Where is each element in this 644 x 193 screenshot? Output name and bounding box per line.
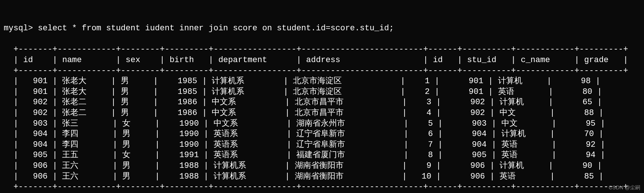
table-separator: +-------+------------+--------+---------… <box>13 66 628 77</box>
table-row: | 901 | 张老大 | 男 | 1985 | 计算机系 | 北京市海淀区 |… <box>13 87 628 98</box>
sql-prompt-line: mysql> select * from student iudent inne… <box>4 23 640 34</box>
table-separator: +-------+------------+--------+---------… <box>13 44 628 55</box>
table-row: | 904 | 李四 | 男 | 1990 | 英语系 | 辽宁省阜新市 | 7… <box>13 140 628 150</box>
table-row: | 902 | 张老二 | 男 | 1986 | 中文系 | 北京市昌平市 | … <box>13 97 628 108</box>
terminal-output: mysql> select * from student iudent inne… <box>0 0 644 193</box>
table-row: | 906 | 王六 | 男 | 1988 | 计算机系 | 湖南省衡阳市 | … <box>13 161 628 172</box>
table-row: | 904 | 李四 | 男 | 1990 | 英语系 | 辽宁省阜新市 | 6… <box>13 129 628 140</box>
table-separator: +-------+------------+--------+---------… <box>13 182 628 193</box>
mysql-prompt: mysql> <box>4 24 38 33</box>
table-row: | 905 | 王五 | 女 | 1991 | 英语系 | 福建省厦门市 | 8… <box>13 150 628 161</box>
table-row: | 903 | 张三 | 女 | 1990 | 中文系 | 湖南省永州市 | 5… <box>13 119 628 129</box>
table-row: | 902 | 张老二 | 男 | 1986 | 中文系 | 北京市昌平市 | … <box>13 108 628 119</box>
result-table: +-------+------------+--------+---------… <box>13 44 628 192</box>
table-row: | 906 | 王六 | 男 | 1988 | 计算机系 | 湖南省衡阳市 | … <box>13 172 628 182</box>
sql-query: select * from student iudent inner join … <box>38 24 394 33</box>
watermark: CSDN @尘嗣 <box>609 184 640 191</box>
table-header-row: | id | name | sex | birth | department |… <box>13 55 628 66</box>
table-row: | 901 | 张老大 | 男 | 1985 | 计算机系 | 北京市海淀区 |… <box>13 76 628 87</box>
